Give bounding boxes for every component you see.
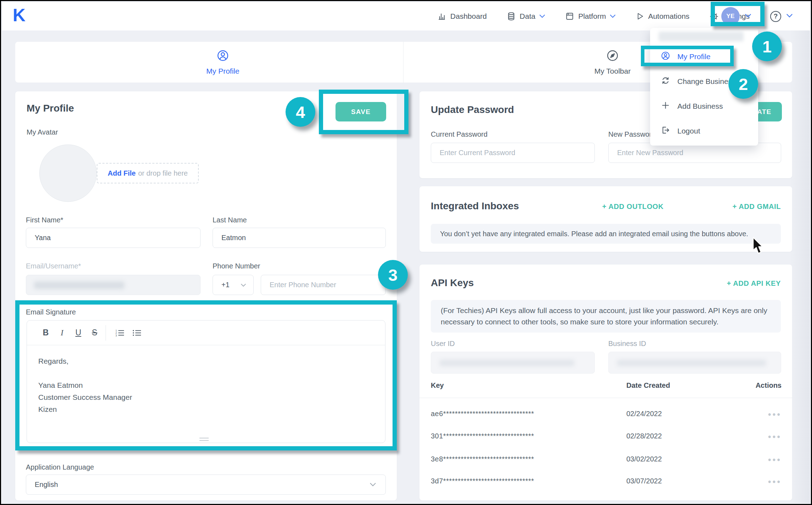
tab-my-toolbar-label: My Toolbar (594, 67, 631, 75)
row-actions-menu-icon[interactable]: ••• (768, 435, 782, 438)
add-file-link[interactable]: Add File (108, 169, 136, 177)
nav-data[interactable]: Data (507, 12, 545, 21)
menu-logout-label: Logout (677, 127, 700, 135)
api-key-value: ae6******************************* (431, 410, 534, 418)
date-created-column-header: Date Created (626, 381, 670, 390)
last-name-label: Last Name (213, 216, 247, 224)
menu-my-profile-label: My Profile (677, 52, 710, 61)
add-api-key-button[interactable]: + ADD API KEY (727, 279, 781, 288)
avatar-placeholder (39, 144, 97, 202)
redacted-user-id (440, 360, 574, 366)
key-column-header: Key (431, 381, 444, 390)
api-keys-notice: (For Techies) API Keys allow full access… (431, 300, 781, 333)
signature-line: Regards, (38, 355, 385, 367)
person-circle-icon (661, 51, 670, 62)
underline-button[interactable]: U (70, 328, 86, 337)
email-signature-label: Email Signature (26, 308, 76, 316)
menu-item-logout[interactable]: Logout (650, 119, 758, 143)
redacted-user-name (659, 32, 744, 41)
avatar[interactable]: YE (721, 7, 740, 25)
bold-button[interactable]: B (38, 328, 54, 337)
nav-data-label: Data (520, 12, 535, 21)
nav-automations[interactable]: Automations (636, 12, 689, 21)
annotation-step-4: 4 (286, 97, 315, 127)
resize-handle[interactable] (199, 438, 209, 441)
my-profile-title: My Profile (27, 103, 74, 114)
menu-add-business-label: Add Business (677, 102, 723, 110)
nav-platform[interactable]: Platform (565, 12, 616, 21)
email-signature-editor[interactable]: B I U S 1 2 3 (27, 320, 385, 443)
application-language-label: Application Language (26, 463, 94, 471)
phone-number-label: Phone Number (213, 262, 260, 270)
save-button[interactable]: SAVE (335, 102, 386, 121)
actions-column-header: Actions (756, 381, 782, 390)
user-id-label: User ID (431, 340, 455, 348)
empty-inboxes-message: You don’t yet have any integrated emails… (431, 224, 781, 244)
signature-text[interactable]: Regards, Yana Eatmon Customer Success Ma… (27, 345, 385, 415)
new-password-field[interactable]: Enter New Password (608, 143, 781, 163)
last-name-field[interactable]: Eatmon (213, 228, 386, 248)
help-icon[interactable]: ? (770, 11, 781, 22)
current-password-field[interactable]: Enter Current Password (431, 143, 595, 163)
nav-dashboard[interactable]: Dashboard (437, 12, 487, 21)
my-profile-card: My Profile SAVE My Avatar Add File or dr… (15, 91, 397, 500)
annotation-step-3: 3 (378, 260, 408, 290)
last-name-value: Eatmon (221, 234, 246, 242)
strikethrough-button[interactable]: S (86, 328, 103, 337)
table-divider (419, 398, 792, 398)
plus-icon (661, 101, 670, 112)
first-name-label: First Name* (26, 216, 63, 224)
application-language-select[interactable]: English (26, 475, 386, 495)
integrated-inboxes-card: Integrated Inboxes + ADD OUTLOOK + ADD G… (419, 186, 792, 252)
api-key-date: 03/02/2022 (626, 455, 662, 463)
ordered-list-icon[interactable]: 1 2 3 (112, 329, 129, 337)
mouse-cursor (751, 237, 766, 256)
api-keys-title: API Keys (431, 277, 474, 289)
tab-my-profile[interactable]: My Profile (173, 42, 272, 83)
help-menu[interactable]: ? (770, 2, 793, 30)
italic-button[interactable]: I (54, 328, 70, 337)
phone-number-field[interactable]: Enter Phone Number (261, 275, 386, 295)
bar-chart-icon (437, 12, 446, 21)
new-password-placeholder: Enter New Password (617, 149, 683, 157)
api-key-value: 3d7******************************* (431, 477, 534, 485)
tab-my-toolbar[interactable]: My Toolbar (563, 42, 662, 83)
row-actions-menu-icon[interactable]: ••• (768, 458, 782, 461)
menu-change-business-label: Change Business (677, 77, 736, 86)
country-code-value: +1 (221, 281, 230, 289)
language-value: English (35, 481, 58, 489)
current-password-placeholder: Enter Current Password (440, 149, 515, 157)
tab-my-profile-label: My Profile (206, 67, 239, 75)
phone-country-code-select[interactable]: +1 (213, 275, 254, 295)
signature-line: Yana Eatmon (38, 379, 385, 391)
compass-icon (606, 49, 619, 64)
add-outlook-button[interactable]: + ADD OUTLOOK (602, 203, 664, 211)
toolbar-divider (106, 325, 106, 341)
chevron-down-icon[interactable] (786, 13, 793, 19)
first-name-value: Yana (35, 234, 51, 242)
window-icon (565, 12, 574, 21)
top-nav: K Dashboard Data (2, 2, 810, 30)
avatar-dropzone[interactable]: Add File or drop file here (97, 163, 199, 183)
api-key-date: 02/28/2022 (626, 432, 662, 440)
annotation-step-2: 2 (728, 69, 758, 99)
kizen-logo[interactable]: K (13, 5, 26, 25)
right-edge-shade (790, 30, 810, 503)
business-id-label: Business ID (608, 340, 646, 348)
bullet-list-icon[interactable] (129, 329, 146, 337)
signature-line (38, 367, 385, 379)
menu-item-my-profile[interactable]: My Profile (650, 44, 758, 69)
business-id-field (608, 352, 781, 374)
chevron-down-icon[interactable] (745, 13, 751, 19)
person-circle-icon (216, 49, 229, 64)
user-avatar-menu[interactable]: YE (721, 2, 751, 30)
email-username-field (26, 275, 201, 295)
current-password-label: Current Password (431, 130, 487, 138)
row-actions-menu-icon[interactable]: ••• (768, 480, 782, 483)
integrated-inboxes-title: Integrated Inboxes (431, 200, 519, 212)
svg-text:2: 2 (115, 332, 117, 334)
svg-text:3: 3 (115, 334, 117, 337)
row-actions-menu-icon[interactable]: ••• (768, 413, 782, 416)
first-name-field[interactable]: Yana (26, 228, 201, 248)
add-gmail-button[interactable]: + ADD GMAIL (733, 203, 781, 211)
